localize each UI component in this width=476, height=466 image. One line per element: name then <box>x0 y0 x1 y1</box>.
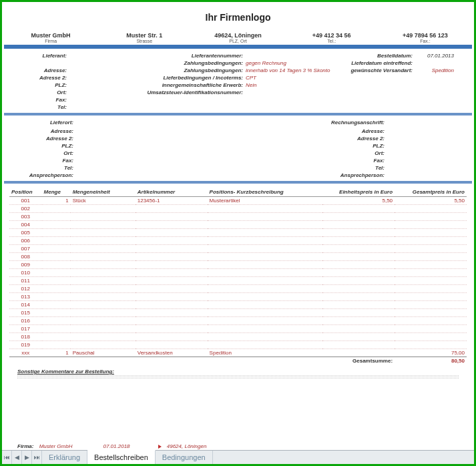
cell[interactable] <box>136 213 208 221</box>
cell[interactable] <box>42 301 71 309</box>
cell[interactable] <box>136 221 208 229</box>
cell[interactable] <box>71 253 136 261</box>
cell[interactable] <box>395 237 467 245</box>
cell[interactable]: 019 <box>9 341 42 349</box>
cell[interactable] <box>322 293 395 301</box>
cell[interactable] <box>136 341 208 349</box>
cell[interactable]: 010 <box>9 269 42 277</box>
cell[interactable] <box>71 301 136 309</box>
cell[interactable] <box>42 309 71 317</box>
cell[interactable] <box>395 277 467 285</box>
cell[interactable] <box>42 237 71 245</box>
cell[interactable] <box>71 325 136 333</box>
cell[interactable] <box>322 309 395 317</box>
cell[interactable] <box>208 221 323 229</box>
cell[interactable] <box>208 301 323 309</box>
cell[interactable] <box>71 309 136 317</box>
cell[interactable]: 012 <box>9 285 42 293</box>
cell[interactable]: 017 <box>9 325 42 333</box>
cell[interactable] <box>395 325 467 333</box>
cell[interactable] <box>136 237 208 245</box>
cell[interactable] <box>71 237 136 245</box>
cell[interactable] <box>42 213 71 221</box>
cell[interactable] <box>322 301 395 309</box>
cell[interactable] <box>322 341 395 349</box>
cell[interactable] <box>136 245 208 253</box>
cell[interactable]: 002 <box>9 205 42 213</box>
cell[interactable] <box>395 253 467 261</box>
cell[interactable] <box>42 317 71 325</box>
tab-nav-last[interactable]: ⏭ <box>32 451 42 464</box>
cell[interactable] <box>395 221 467 229</box>
cell[interactable] <box>322 325 395 333</box>
cell[interactable]: 009 <box>9 261 42 269</box>
tab-nav-prev[interactable]: ◀ <box>12 451 22 464</box>
cell[interactable] <box>322 333 395 341</box>
cell[interactable] <box>136 301 208 309</box>
cell[interactable] <box>208 293 323 301</box>
cell[interactable] <box>136 285 208 293</box>
cell[interactable] <box>322 349 395 357</box>
cell[interactable] <box>71 285 136 293</box>
cell[interactable]: 014 <box>9 301 42 309</box>
cell[interactable] <box>208 261 323 269</box>
cell[interactable]: 016 <box>9 317 42 325</box>
cell[interactable]: 011 <box>9 277 42 285</box>
cell[interactable]: 006 <box>9 237 42 245</box>
cell[interactable] <box>395 333 467 341</box>
cell[interactable] <box>42 325 71 333</box>
cell[interactable] <box>136 205 208 213</box>
cell[interactable]: 013 <box>9 293 42 301</box>
cell[interactable] <box>42 341 71 349</box>
cell[interactable] <box>71 213 136 221</box>
cell[interactable] <box>208 325 323 333</box>
cell[interactable] <box>322 245 395 253</box>
cell[interactable] <box>395 293 467 301</box>
cell[interactable]: Stück <box>71 197 136 205</box>
cell[interactable]: 75,00 <box>395 349 467 357</box>
cell[interactable] <box>136 333 208 341</box>
cell[interactable] <box>71 341 136 349</box>
cell[interactable]: 005 <box>9 229 42 237</box>
cell[interactable] <box>395 229 467 237</box>
cell[interactable] <box>42 333 71 341</box>
cell[interactable]: 007 <box>9 245 42 253</box>
cell[interactable] <box>322 229 395 237</box>
cell[interactable] <box>71 221 136 229</box>
cell[interactable] <box>395 261 467 269</box>
cell[interactable] <box>136 309 208 317</box>
cell[interactable] <box>71 261 136 269</box>
tab-bedingungen[interactable]: Bedingungen <box>156 451 213 464</box>
cell[interactable] <box>208 341 323 349</box>
cell[interactable]: 5,50 <box>322 197 395 205</box>
cell[interactable] <box>42 293 71 301</box>
cell[interactable]: 5,50 <box>395 197 467 205</box>
cell[interactable] <box>322 317 395 325</box>
cell[interactable] <box>42 253 71 261</box>
cell[interactable] <box>208 277 323 285</box>
cell[interactable] <box>395 301 467 309</box>
cell[interactable] <box>71 317 136 325</box>
cell[interactable] <box>71 269 136 277</box>
cell[interactable] <box>322 205 395 213</box>
cell[interactable] <box>136 229 208 237</box>
cell[interactable] <box>322 221 395 229</box>
cell[interactable] <box>42 245 71 253</box>
cell[interactable]: 003 <box>9 213 42 221</box>
cell[interactable] <box>136 325 208 333</box>
tab-nav-first[interactable]: ⏮ <box>2 451 12 464</box>
cell[interactable] <box>208 213 323 221</box>
cell[interactable] <box>322 261 395 269</box>
cell[interactable]: 008 <box>9 253 42 261</box>
cell[interactable] <box>208 237 323 245</box>
tab-erklaerung[interactable]: Erklärung <box>42 451 87 464</box>
cell[interactable] <box>322 253 395 261</box>
cell[interactable] <box>395 245 467 253</box>
cell[interactable] <box>71 333 136 341</box>
cell[interactable]: 018 <box>9 333 42 341</box>
cell[interactable] <box>322 269 395 277</box>
cell[interactable] <box>136 253 208 261</box>
cell[interactable] <box>42 221 71 229</box>
cell[interactable] <box>395 285 467 293</box>
cell[interactable] <box>208 269 323 277</box>
